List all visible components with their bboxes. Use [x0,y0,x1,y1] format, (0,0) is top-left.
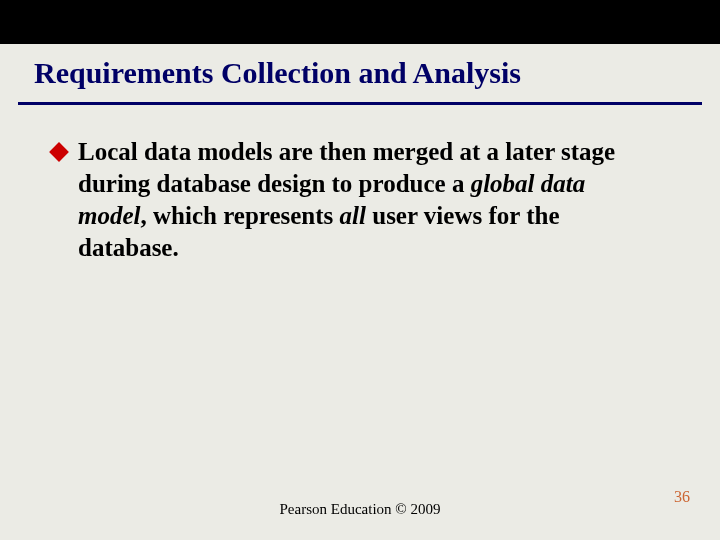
bullet-item: Local data models are then merged at a l… [52,136,636,264]
body-area: Local data models are then merged at a l… [52,136,636,264]
title-underline [18,102,702,105]
slide-title: Requirements Collection and Analysis [34,56,521,90]
bullet-part-2: , which represents [141,202,340,229]
page-number: 36 [674,488,690,506]
slide: Requirements Collection and Analysis Loc… [0,0,720,540]
diamond-bullet-icon [49,142,69,162]
top-bar [0,0,720,44]
footer-text: Pearson Education © 2009 [0,501,720,518]
bullet-italic-2: all [340,202,366,229]
bullet-text: Local data models are then merged at a l… [78,136,636,264]
